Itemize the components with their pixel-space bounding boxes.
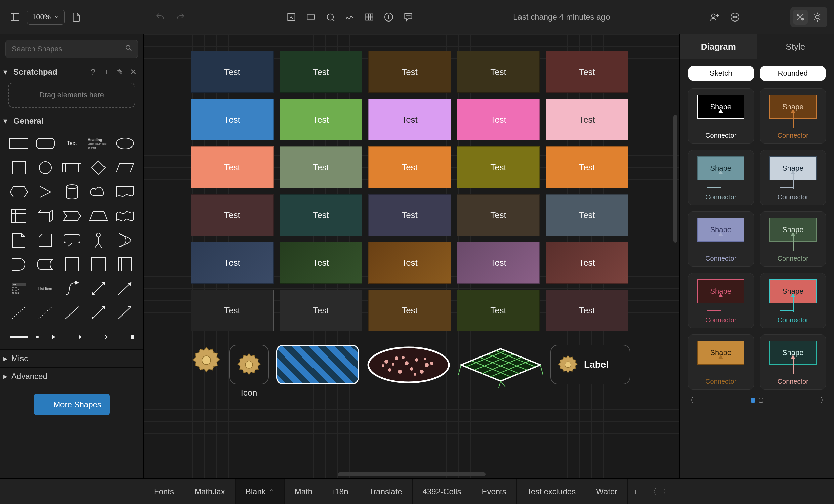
pill-sketch[interactable]: Sketch: [688, 66, 754, 81]
horizontal-scrollbar[interactable]: [338, 473, 486, 477]
shape-trap[interactable]: [88, 207, 109, 225]
canvas-cell[interactable]: Test: [280, 147, 362, 188]
canvas-cell[interactable]: Test: [368, 51, 451, 93]
shape-hex[interactable]: [8, 183, 29, 201]
shape-cloud[interactable]: [88, 183, 109, 201]
shape-link[interactable]: [8, 328, 29, 346]
theme-toggle-icon[interactable]: [810, 10, 825, 24]
undo-icon[interactable]: [152, 9, 169, 25]
shape-dotline[interactable]: [35, 304, 56, 322]
canvas-cell[interactable]: Test: [457, 242, 540, 284]
more-menu-icon[interactable]: [726, 9, 743, 25]
style-preset[interactable]: ShapeConnector: [760, 88, 826, 144]
page-tab[interactable]: Water: [586, 479, 628, 504]
canvas-cell[interactable]: Test: [191, 147, 273, 188]
shape-list[interactable]: ListItem 1Item 2Item 3: [8, 280, 29, 298]
new-page-icon[interactable]: [68, 9, 85, 25]
general-header[interactable]: ▾ General: [0, 113, 144, 129]
scratchpad-drop[interactable]: Drag elements here: [8, 83, 135, 108]
mesh-diamond[interactable]: [458, 345, 543, 389]
style-preset[interactable]: ShapeConnector: [688, 273, 754, 328]
help-icon[interactable]: ?: [88, 67, 98, 76]
page-dot-2[interactable]: [759, 398, 764, 402]
shape-container[interactable]: [61, 255, 82, 273]
shape-dashline[interactable]: [8, 304, 29, 322]
page-tab[interactable]: Events: [471, 479, 517, 504]
tab-diagram[interactable]: Diagram: [680, 34, 757, 60]
page-tab[interactable]: Test excludes: [517, 479, 586, 504]
page-tab[interactable]: Math: [285, 479, 323, 504]
shape-internal[interactable]: [8, 207, 29, 225]
shape-cylinder[interactable]: [61, 183, 82, 201]
add-icon[interactable]: +: [102, 67, 111, 76]
text-box-tool-icon[interactable]: A: [283, 9, 300, 25]
shape-card[interactable]: [35, 231, 56, 249]
canvas-cell[interactable]: Test: [546, 242, 628, 284]
style-preset[interactable]: ShapeConnector: [760, 211, 826, 267]
shape-process[interactable]: [61, 159, 82, 177]
shape-step[interactable]: [61, 207, 82, 225]
shape-tape[interactable]: [114, 207, 135, 225]
advanced-header[interactable]: ▸ Advanced: [0, 367, 144, 385]
shape-openarrow[interactable]: [114, 304, 135, 322]
page-tab[interactable]: 4392-Cells: [413, 479, 472, 504]
shape-diamond[interactable]: [88, 159, 109, 177]
canvas-cell[interactable]: Test: [191, 51, 273, 93]
shape-listitem[interactable]: List Item: [35, 280, 56, 298]
shape-curve[interactable]: [61, 280, 82, 298]
tabs-prev-icon[interactable]: 〈: [649, 486, 657, 497]
canvas-cell[interactable]: Test: [546, 99, 628, 140]
canvas-cell[interactable]: Test: [457, 147, 540, 188]
shape-biline[interactable]: [88, 304, 109, 322]
shape-biarrow[interactable]: [88, 280, 109, 298]
canvas-cell[interactable]: Test: [280, 99, 362, 140]
style-preset[interactable]: ShapeConnector: [688, 211, 754, 267]
canvas-cell[interactable]: Test: [191, 194, 273, 236]
canvas-cell[interactable]: Test: [457, 290, 540, 331]
shape-datastore[interactable]: [35, 255, 56, 273]
tab-style[interactable]: Style: [757, 34, 834, 60]
shape-conn1[interactable]: [35, 328, 56, 346]
canvas-cell[interactable]: Test: [191, 242, 273, 284]
shape-ellipse[interactable]: [114, 134, 135, 153]
label-box[interactable]: Label: [550, 345, 630, 385]
style-preset[interactable]: ShapeConnector: [760, 273, 826, 328]
shape-heading[interactable]: HeadingLorem ipsum dolor sit amet: [88, 134, 109, 153]
canvas-cell[interactable]: Test: [368, 194, 451, 236]
shape-circle[interactable]: [35, 159, 56, 177]
shape-note[interactable]: [8, 231, 29, 249]
canvas-cell[interactable]: Test: [457, 51, 540, 93]
style-preset[interactable]: ShapeConnector: [688, 150, 754, 205]
shape-frame[interactable]: [88, 255, 109, 273]
zoom-dropdown[interactable]: 100%: [27, 10, 65, 24]
icon-box[interactable]: [229, 345, 269, 385]
style-preset[interactable]: ShapeConnector: [688, 88, 754, 144]
shape-or[interactable]: [114, 231, 135, 249]
more-shapes-button[interactable]: ＋ More Shapes: [34, 394, 110, 415]
shape-line[interactable]: [61, 304, 82, 322]
hatched-rect[interactable]: [276, 345, 359, 385]
gear-shape[interactable]: [191, 345, 222, 376]
add-tool-icon[interactable]: [380, 9, 397, 25]
canvas-cell[interactable]: Test: [368, 147, 451, 188]
format-panel-toggle-icon[interactable]: [793, 10, 808, 24]
rectangle-tool-icon[interactable]: [302, 9, 319, 25]
shape-conn2[interactable]: [61, 328, 82, 346]
edit-icon[interactable]: ✎: [115, 67, 125, 76]
canvas-cell[interactable]: Test: [280, 290, 362, 331]
canvas-cell[interactable]: Test: [546, 290, 628, 331]
shape-document[interactable]: [114, 183, 135, 201]
tabs-next-icon[interactable]: 〉: [663, 486, 670, 497]
shape-arrow[interactable]: [114, 280, 135, 298]
style-preset[interactable]: ShapeConnector: [688, 334, 754, 390]
page-tab[interactable]: MathJax: [184, 479, 236, 504]
shape-callout[interactable]: [61, 231, 82, 249]
page-tab[interactable]: Fonts: [144, 479, 184, 504]
dotted-ellipse[interactable]: [366, 345, 451, 385]
shape-roundrect[interactable]: [35, 134, 56, 153]
canvas-cell[interactable]: Test: [368, 290, 451, 331]
shape-square[interactable]: [8, 159, 29, 177]
page-dot-1[interactable]: [751, 398, 755, 402]
search-icon[interactable]: [125, 44, 133, 54]
canvas-cell[interactable]: Test: [280, 51, 362, 93]
